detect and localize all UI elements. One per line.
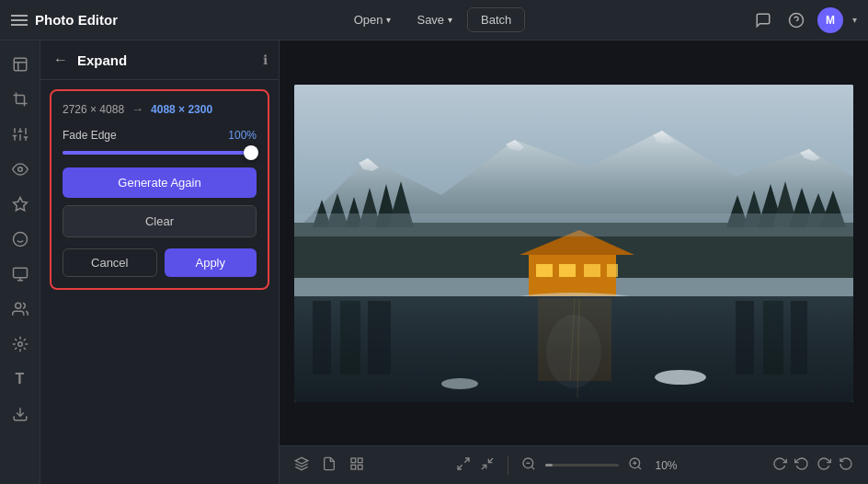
history-icon[interactable] <box>322 456 337 474</box>
fade-label: Fade Edge <box>63 129 228 142</box>
help-icon-button[interactable] <box>784 8 808 32</box>
dim-original: 2726 × 4088 <box>63 103 124 116</box>
svg-rect-46 <box>607 264 618 277</box>
divider <box>508 456 508 475</box>
rotate-cw-icon[interactable] <box>772 456 787 474</box>
bottombar: 10% <box>280 445 868 484</box>
canvas-area: 10% <box>280 40 868 484</box>
rail-people-icon[interactable] <box>6 294 35 324</box>
svg-point-18 <box>15 303 20 308</box>
back-button[interactable]: ← <box>51 50 70 70</box>
svg-point-19 <box>17 342 22 347</box>
svg-point-14 <box>13 233 27 247</box>
topbar-center: Open ▾ Save ▾ Batch <box>343 7 526 32</box>
redo-icon[interactable] <box>817 456 831 474</box>
chat-icon-button[interactable] <box>751 8 775 32</box>
rail-eye-icon[interactable] <box>6 155 35 184</box>
svg-point-59 <box>655 370 706 385</box>
open-button[interactable]: Open ▾ <box>343 8 403 31</box>
zoom-value: 10% <box>652 459 681 472</box>
grid-icon[interactable] <box>349 456 364 474</box>
rail-effects-icon[interactable] <box>6 329 35 359</box>
svg-line-71 <box>488 458 493 463</box>
svg-line-69 <box>458 465 463 469</box>
rail-export-icon[interactable] <box>6 399 35 429</box>
svg-rect-65 <box>358 458 362 463</box>
svg-marker-13 <box>13 198 27 211</box>
svg-rect-44 <box>559 264 576 277</box>
rail-crop-icon[interactable] <box>6 85 35 114</box>
topbar: Photo Editor Open ▾ Save ▾ Batch M ▾ <box>0 0 868 40</box>
svg-point-12 <box>17 167 22 172</box>
batch-button[interactable]: Batch <box>467 7 525 32</box>
svg-rect-66 <box>358 465 362 469</box>
panel-header: ← Expand ℹ <box>40 40 279 80</box>
svg-rect-58 <box>791 301 807 375</box>
clear-button[interactable]: Clear <box>63 205 257 237</box>
cancel-button[interactable]: Cancel <box>63 248 157 277</box>
history-undo-icon[interactable] <box>839 456 853 474</box>
app-title: Photo Editor <box>35 12 118 28</box>
svg-rect-43 <box>536 264 553 277</box>
apply-button[interactable]: Apply <box>165 248 257 277</box>
svg-rect-17 <box>13 268 27 278</box>
svg-line-70 <box>482 465 486 469</box>
info-button[interactable]: ℹ <box>263 52 268 67</box>
rail-magic-icon[interactable] <box>6 190 35 219</box>
actual-size-icon[interactable] <box>480 456 495 474</box>
bottom-right-controls <box>772 456 853 474</box>
photo-display <box>294 85 853 402</box>
svg-marker-63 <box>295 457 307 464</box>
dim-new: 4088 × 2300 <box>151 103 212 116</box>
fade-slider[interactable] <box>63 151 257 155</box>
expand-panel: ← Expand ℹ 2726 × 4088 → 4088 × 2300 Fad… <box>40 40 280 484</box>
svg-rect-64 <box>351 458 356 463</box>
bottom-left-controls <box>294 456 364 474</box>
svg-line-76 <box>638 467 641 469</box>
card-footer: Cancel Apply <box>63 248 257 277</box>
rail-layers-icon[interactable] <box>6 50 35 79</box>
menu-icon[interactable] <box>11 15 28 26</box>
dimension-row: 2726 × 4088 → 4088 × 2300 <box>63 102 257 116</box>
panel-title: Expand <box>77 52 256 68</box>
zoom-slider[interactable] <box>545 464 619 467</box>
rail-sticker-icon[interactable] <box>6 259 35 289</box>
undo-icon[interactable] <box>794 456 809 474</box>
avatar-caret[interactable]: ▾ <box>852 15 857 25</box>
slider-thumb[interactable] <box>244 145 258 160</box>
avatar[interactable]: M <box>817 7 843 33</box>
svg-point-62 <box>546 315 601 388</box>
topbar-left: Photo Editor <box>11 12 343 28</box>
generate-again-button[interactable]: Generate Again <box>63 167 257 198</box>
zoom-in-icon[interactable] <box>628 456 643 474</box>
rail-text-icon[interactable]: T <box>6 364 35 394</box>
photo-container <box>294 85 853 402</box>
rail-adjust-icon[interactable] <box>6 120 35 149</box>
svg-rect-55 <box>368 301 391 375</box>
fade-row: Fade Edge 100% <box>63 129 257 142</box>
bottom-center-controls: 10% <box>456 456 681 475</box>
dim-arrow: → <box>131 102 143 116</box>
slider-fill <box>63 151 246 155</box>
svg-rect-53 <box>313 301 331 375</box>
zoom-fill <box>545 464 553 467</box>
save-button[interactable]: Save ▾ <box>405 8 463 31</box>
svg-rect-2 <box>14 58 27 71</box>
icon-rail: T <box>0 40 40 484</box>
expand-card: 2726 × 4088 → 4088 × 2300 Fade Edge 100%… <box>50 89 269 290</box>
rail-retouch-icon[interactable] <box>6 225 35 254</box>
zoom-out-icon[interactable] <box>521 456 536 474</box>
svg-rect-54 <box>340 301 360 375</box>
canvas-viewport <box>280 40 868 445</box>
layers-icon[interactable] <box>294 456 309 474</box>
slider-track <box>63 151 257 155</box>
svg-rect-67 <box>351 465 356 469</box>
fade-value: 100% <box>228 129 257 142</box>
fit-icon[interactable] <box>456 456 471 474</box>
main-area: T ← Expand ℹ 2726 × 4088 → 4088 × 2300 F… <box>0 40 868 484</box>
topbar-right: M ▾ <box>525 7 857 33</box>
svg-rect-45 <box>584 264 600 277</box>
svg-rect-56 <box>736 301 754 375</box>
svg-rect-57 <box>763 301 783 375</box>
svg-line-73 <box>531 467 534 469</box>
